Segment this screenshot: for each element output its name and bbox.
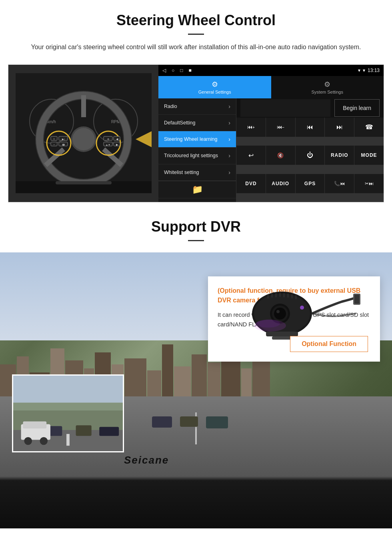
road-cars [152, 416, 228, 428]
dvr-section: Support DVR [0, 202, 392, 528]
svg-text:⚙: ⚙ [107, 138, 109, 140]
status-bar-system: ▾ ▾ 13:13 [358, 68, 380, 73]
recents-nav-icon[interactable]: □ [180, 68, 183, 73]
ctrl-btn-power[interactable]: ⏻ [296, 146, 325, 165]
menu-whitelist-label: Whitelist setting [164, 169, 199, 176]
dvr-title: Support DVR [24, 218, 368, 235]
seicane-brand: Seicane [124, 454, 169, 466]
ctrl-btn-prev[interactable]: ⏮ [296, 118, 325, 137]
control-buttons-grid: ⏮+ ⏮− ⏮ ⏭ ☎ ↩ 🔇 ⏻ RADIO MODE DVD AUDIO [236, 118, 384, 202]
menu-controls-area: Radio › DefaultSetting › Steering Wheel … [158, 98, 384, 202]
steering-demo-area: km/h RPM + − ▶| [8, 64, 384, 202]
steering-wheel-svg: km/h RPM + − ▶| [16, 73, 152, 193]
tab-general-settings[interactable]: ⚙ General Settings [158, 76, 271, 98]
ctrl-btn-mute[interactable]: 🔇 [266, 146, 295, 165]
svg-text:▶|: ▶| [62, 138, 64, 140]
ctrl-btn-gps[interactable]: GPS [296, 174, 325, 193]
svg-text:−: − [53, 143, 54, 146]
menu-steering-arrow: › [228, 136, 230, 142]
svg-point-57 [256, 320, 280, 328]
menu-steering-label: Steering Wheel learning [164, 136, 217, 142]
menu-default-arrow: › [228, 120, 230, 126]
ctrl-btn-mode[interactable]: MODE [354, 146, 384, 165]
svg-rect-53 [272, 336, 292, 340]
svg-point-51 [300, 306, 304, 310]
ctrl-btn-vol-down[interactable]: ⏮− [266, 118, 295, 137]
svg-text:+: + [53, 138, 54, 140]
svg-rect-40 [99, 427, 119, 436]
svg-text:☎: ☎ [62, 144, 65, 146]
menu-radio-arrow: › [228, 103, 230, 110]
svg-point-49 [274, 308, 286, 320]
optional-function-badge[interactable]: Optional Function [290, 336, 368, 352]
ctrl-btn-call-prev[interactable]: 📞⏮ [325, 174, 354, 193]
tab-general-label: General Settings [198, 90, 231, 94]
ctrl-btn-radio[interactable]: RADIO [325, 146, 354, 165]
signal-icon: ▾ [358, 68, 360, 73]
section-title-steering: Steering Wheel Control [24, 12, 368, 29]
title-divider [188, 34, 204, 35]
dvr-thumbnail-inset [12, 374, 124, 452]
menu-tricoloured-arrow: › [228, 152, 230, 159]
status-bar-nav-icons: ◁ ○ □ ■ [162, 68, 192, 73]
car-dashboard-bottom [0, 476, 392, 528]
system-settings-icon: ⚙ [324, 80, 330, 89]
ctrl-btn-back[interactable]: ↩ [236, 146, 266, 165]
svg-rect-36 [66, 434, 70, 445]
home-nav-icon[interactable]: ○ [172, 68, 174, 73]
begin-learn-row: Begin learn [236, 98, 384, 118]
dvr-title-divider [188, 240, 204, 241]
svg-rect-42 [23, 421, 46, 428]
ctrl-btn-phone[interactable]: ☎ [354, 118, 384, 137]
svg-text:▲▼: ▲▼ [106, 144, 110, 146]
settings-menu: Radio › DefaultSetting › Steering Wheel … [158, 98, 236, 202]
tab-system-settings[interactable]: ⚙ System Settings [271, 76, 384, 98]
svg-point-43 [24, 437, 32, 445]
begin-learn-button[interactable]: Begin learn [334, 99, 380, 117]
menu-tricoloured-label: Tricoloured light settings [164, 152, 218, 159]
ctrl-btn-audio[interactable]: AUDIO [266, 174, 295, 193]
menu-item-tricoloured[interactable]: Tricoloured light settings › [158, 148, 236, 164]
menu-file-icon-row: 📁 [158, 181, 236, 198]
svg-point-50 [276, 310, 280, 313]
menu-default-label: DefaultSetting [164, 120, 196, 126]
section-description-steering: Your original car's steering wheel contr… [24, 42, 368, 52]
menu-whitelist-arrow: › [228, 169, 230, 176]
menu-item-default-setting[interactable]: DefaultSetting › [158, 115, 236, 131]
ctrl-btn-next[interactable]: ⏭ [325, 118, 354, 137]
status-time: 13:13 [368, 68, 380, 73]
svg-rect-32 [56, 181, 112, 184]
ctrl-btn-cut-next[interactable]: ✂⏭ [354, 174, 384, 193]
ctrl-btn-dvd[interactable]: DVD [236, 174, 266, 193]
dvr-background-scene: (Optional function, require to buy exter… [0, 252, 392, 476]
android-ui-panel: ◁ ○ □ ■ ▾ ▾ 13:13 ⚙ General Settings [158, 65, 384, 202]
wifi-icon: ▾ [363, 68, 365, 73]
menu-item-whitelist[interactable]: Whitelist setting › [158, 164, 236, 181]
file-icon: 📁 [192, 184, 203, 195]
svg-rect-55 [354, 295, 359, 304]
dvr-thumbnail-svg [13, 374, 123, 452]
steering-wheel-image: km/h RPM + − ▶| [8, 65, 158, 202]
menu-item-radio[interactable]: Radio › [158, 98, 236, 115]
begin-learn-spacer [240, 99, 330, 117]
tab-system-label: System Settings [312, 90, 343, 94]
menu-item-steering-wheel[interactable]: Steering Wheel learning › [158, 131, 236, 148]
svg-point-44 [40, 437, 48, 445]
settings-tab-row: ⚙ General Settings ⚙ System Settings [158, 76, 384, 98]
dvr-section-header: Support DVR [0, 202, 392, 252]
controls-column: Begin learn ⏮+ ⏮− ⏮ ⏭ ☎ ↩ 🔇 ⏻ R [236, 98, 384, 202]
steering-wheel-section: Steering Wheel Control Your original car… [0, 0, 392, 202]
status-bar: ◁ ○ □ ■ ▾ ▾ 13:13 [158, 65, 384, 76]
section-header-steering: Steering Wheel Control Your original car… [0, 0, 392, 56]
ctrl-btn-vol-up[interactable]: ⏮+ [236, 118, 266, 137]
svg-point-11 [72, 128, 95, 150]
back-nav-icon[interactable]: ◁ [162, 68, 166, 73]
menu-nav-icon[interactable]: ■ [189, 68, 192, 73]
general-settings-icon: ⚙ [212, 80, 218, 89]
svg-rect-39 [76, 425, 92, 436]
dvr-info-card: (Optional function, require to buy exter… [208, 276, 380, 362]
menu-radio-label: Radio [164, 103, 177, 110]
dashboard-top-edge [0, 476, 392, 480]
